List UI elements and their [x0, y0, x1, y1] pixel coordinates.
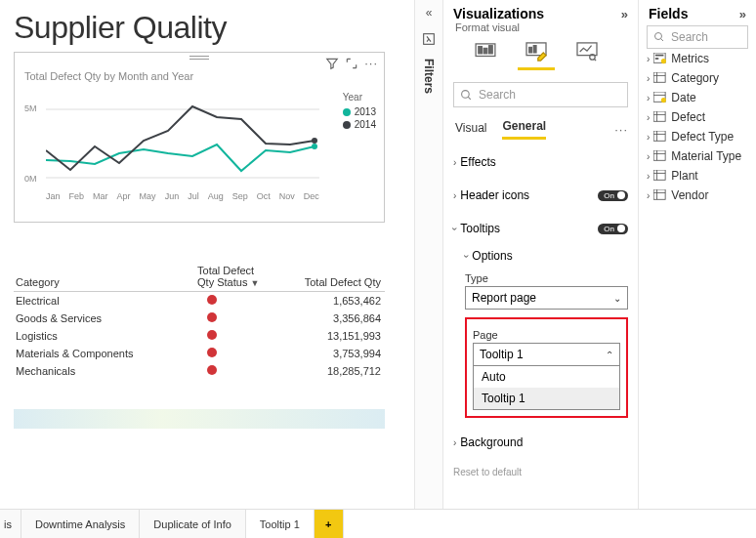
chevron-right-icon: › — [647, 54, 650, 64]
x-tick: May — [140, 191, 156, 201]
type-select[interactable]: Report page ⌄ — [465, 286, 628, 310]
svg-point-19 — [661, 59, 666, 63]
page-tab[interactable]: is — [0, 510, 21, 538]
field-label: Plant — [671, 169, 697, 183]
legend-item[interactable]: 2013 — [343, 106, 376, 117]
field-item[interactable]: › Defect — [647, 107, 748, 127]
add-page-button[interactable]: + — [315, 510, 344, 538]
subtab-general[interactable]: General — [502, 119, 546, 140]
collapse-fields-icon[interactable]: » — [739, 7, 746, 21]
page-tab-active[interactable]: Tooltip 1 — [246, 510, 315, 538]
cell-category: Electrical — [14, 292, 195, 310]
col-qty[interactable]: Total Defect Qty — [264, 262, 385, 292]
focus-mode-icon[interactable] — [345, 57, 358, 70]
field-label: Date — [671, 91, 695, 104]
cell-status — [195, 327, 264, 345]
toggle-header-icons[interactable]: On — [598, 190, 628, 201]
section-background[interactable]: › Background — [453, 430, 628, 455]
section-tooltips[interactable]: › Tooltips On — [453, 216, 628, 241]
filter-card-icon[interactable] — [421, 31, 437, 47]
status-dot-icon — [207, 365, 217, 375]
field-item[interactable]: › Category — [647, 68, 748, 88]
page-option[interactable]: Auto — [474, 366, 619, 388]
field-item[interactable]: › Metrics — [647, 49, 748, 68]
drag-handle-icon[interactable] — [189, 56, 209, 60]
svg-rect-18 — [655, 58, 658, 60]
page-tab[interactable]: Duplicate of Info — [140, 510, 246, 538]
cell-status — [195, 345, 264, 362]
svg-point-2 — [312, 144, 317, 149]
chart-title: Total Defect Qty by Month and Year — [24, 70, 378, 82]
svg-rect-29 — [653, 131, 665, 141]
legend-label: 2014 — [355, 119, 376, 130]
page-title: Supplier Quality — [14, 10, 414, 46]
chevron-right-icon: › — [647, 151, 650, 162]
legend-item[interactable]: 2014 — [343, 119, 376, 130]
subtab-visual[interactable]: Visual — [455, 121, 486, 139]
chevron-right-icon: › — [647, 73, 650, 84]
sort-desc-icon: ▼ — [250, 278, 259, 288]
svg-rect-12 — [577, 43, 597, 56]
x-tick: Apr — [117, 191, 131, 201]
page-tabs: is Downtime Analysis Duplicate of Info T… — [0, 509, 756, 538]
map-visual[interactable] — [14, 409, 385, 429]
cell-qty: 1,653,462 — [264, 292, 385, 310]
cell-qty: 3,356,864 — [264, 310, 385, 327]
section-header-icons[interactable]: › Header icons On — [453, 183, 628, 208]
collapse-viz-icon[interactable]: » — [621, 7, 628, 21]
more-options-icon[interactable]: ··· — [614, 122, 628, 137]
chevron-up-icon: ⌃ — [606, 350, 613, 360]
field-item[interactable]: › Plant — [647, 166, 748, 186]
svg-point-3 — [312, 138, 317, 144]
table-row[interactable]: Electrical 1,653,462 — [14, 292, 385, 310]
field-item[interactable]: › Defect Type — [647, 127, 748, 146]
x-tick: Nov — [279, 191, 295, 201]
chevron-right-icon: › — [647, 112, 650, 123]
analytics-tab[interactable] — [574, 39, 600, 64]
field-item[interactable]: › Vendor — [647, 186, 748, 205]
table-row[interactable]: Logistics 13,151,993 — [14, 327, 385, 345]
field-item[interactable]: › Date — [647, 88, 748, 107]
field-label: Material Type — [671, 149, 741, 163]
search-placeholder: Search — [671, 30, 708, 44]
table-row[interactable]: Mechanicals 18,285,712 — [14, 362, 385, 380]
format-search-input[interactable]: Search — [453, 82, 628, 107]
cell-category: Materials & Components — [14, 345, 195, 362]
status-dot-icon — [207, 348, 217, 357]
col-status[interactable]: Total Defect Qty Status ▼ — [195, 262, 264, 292]
chevron-down-icon: ⌄ — [613, 293, 621, 304]
build-visual-tab[interactable] — [473, 39, 498, 64]
col-status-label: Total Defect Qty Status — [197, 265, 254, 288]
page-option-selected[interactable]: Tooltip 1 — [474, 388, 619, 409]
table-visual[interactable]: Category Total Defect Qty Status ▼ Total… — [14, 262, 385, 380]
search-icon — [653, 31, 665, 43]
table-row[interactable]: Goods & Services 3,356,864 — [14, 310, 385, 327]
expand-filters-icon[interactable]: « — [426, 6, 433, 20]
fields-search-input[interactable]: Search — [647, 25, 748, 49]
section-options[interactable]: › Options — [465, 249, 628, 267]
svg-rect-11 — [533, 46, 536, 53]
table-row[interactable]: Materials & Components 3,753,994 — [14, 345, 385, 362]
viz-header: Visualizations — [453, 6, 544, 21]
page-select[interactable]: Tooltip 1 ⌃ — [473, 343, 620, 366]
col-category[interactable]: Category — [14, 262, 195, 292]
format-visual-tab[interactable] — [524, 39, 549, 64]
chevron-right-icon: › — [453, 157, 456, 168]
field-item[interactable]: › Material Type — [647, 146, 748, 166]
format-visual-label: Format visual — [443, 21, 638, 37]
x-tick: Feb — [69, 191, 85, 201]
type-label: Type — [465, 272, 628, 284]
toggle-tooltips[interactable]: On — [598, 224, 628, 234]
report-canvas[interactable]: Supplier Quality ··· Total Defect Qty by… — [0, 0, 414, 538]
filter-icon[interactable] — [325, 57, 339, 70]
x-tick: Jun — [165, 191, 180, 201]
reset-to-default-link[interactable]: Reset to default — [443, 463, 638, 481]
chart-svg — [46, 90, 319, 187]
table-icon — [653, 53, 667, 64]
line-chart-visual[interactable]: ··· Total Defect Qty by Month and Year 5… — [14, 52, 385, 223]
page-tab[interactable]: Downtime Analysis — [21, 510, 140, 538]
cell-qty: 3,753,994 — [264, 345, 385, 362]
filters-pane-collapsed: « Filters — [414, 0, 443, 538]
section-effects[interactable]: › Effects — [453, 149, 628, 175]
more-options-icon[interactable]: ··· — [364, 56, 378, 70]
